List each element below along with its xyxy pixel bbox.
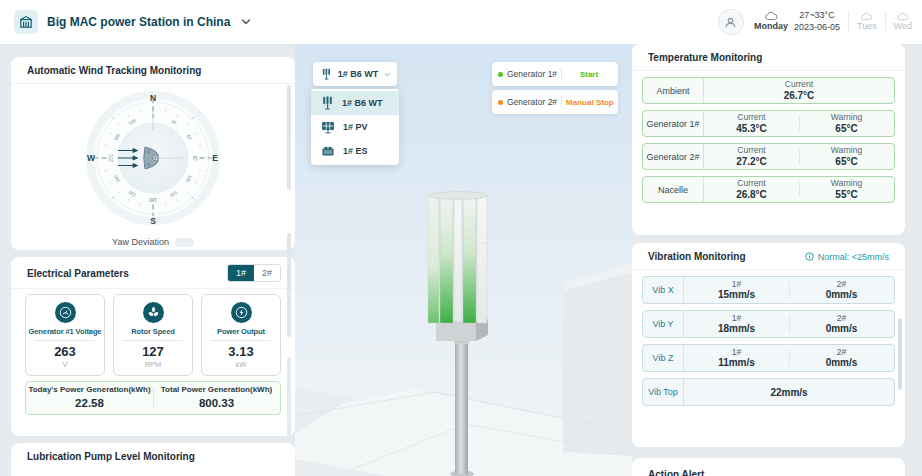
vib-1-label: 1#	[732, 279, 741, 289]
generator-tabs: 1# 2#	[227, 264, 281, 282]
yaw-compass: 0306090120150180210240270300330 N E S W	[11, 84, 295, 232]
compass-e: E	[212, 153, 218, 163]
stat-voltage: Generator #1 Voltage 263 V	[25, 294, 105, 376]
station-chevron-icon[interactable]	[241, 19, 251, 25]
generator-1-button[interactable]: Generator 1# Start	[492, 62, 618, 86]
lubrication-title: Lubrication Pump Level Monitoring	[11, 443, 295, 469]
today-generation-value: 22.58	[75, 396, 104, 411]
asset-option-es[interactable]: 1# ES	[311, 139, 399, 163]
cloud-icon	[860, 12, 873, 21]
vibration-title: Vibration Monitoring	[648, 251, 746, 262]
divider	[561, 96, 562, 108]
solar-panel-icon	[321, 121, 335, 134]
divider	[848, 13, 849, 31]
tab-2[interactable]: 2#	[254, 265, 280, 281]
action-alert-title: Action Alert	[632, 458, 905, 476]
stat-power-output: Power Output 3.13 kW	[201, 294, 281, 376]
vib-2-value: 0mm/s	[826, 289, 858, 301]
vib-row-z: Vib Z 1#11mm/s 2#0mm/s	[642, 344, 895, 372]
stat-label: Generator #1 Voltage	[26, 327, 104, 336]
vib-row-name: Vib Y	[643, 311, 684, 337]
weather-temp: 27~33°C	[799, 10, 834, 22]
weather-wed: Wed	[894, 12, 912, 33]
vib-1-value: 11mm/s	[718, 357, 755, 369]
generator-1-action: Start	[566, 70, 612, 79]
lubrication-card: Lubrication Pump Level Monitoring	[11, 443, 295, 476]
svg-text:90: 90	[192, 155, 197, 161]
vib-2-value: 0mm/s	[826, 357, 858, 369]
vib-row-name: Vib Top	[643, 379, 684, 405]
vib-row-name: Vib Z	[643, 345, 684, 371]
cloud-icon	[764, 11, 778, 21]
power-bolt-icon	[231, 302, 252, 323]
electrical-title: Electrical Parameters	[27, 268, 129, 279]
temp-current-label: Current	[737, 112, 765, 122]
generator-2-action: Manual Stop	[566, 98, 614, 107]
tab-1[interactable]: 1#	[228, 265, 254, 281]
divider	[885, 13, 886, 31]
scrollbar-thumb[interactable]	[287, 357, 291, 443]
stat-value: 263	[26, 344, 104, 359]
asset-selector[interactable]: 1# B6 WT	[313, 62, 397, 86]
generator-status-buttons: Generator 1# Start Generator 2# Manual S…	[492, 62, 618, 114]
wind-turbine-icon	[321, 67, 332, 81]
compass-n: N	[150, 93, 156, 103]
temp-current-value: 26.7°C	[784, 90, 815, 102]
asset-selector-value: 1# B6 WT	[338, 69, 379, 79]
vib-row-x: Vib X 1#15mm/s 2#0mm/s	[642, 276, 895, 304]
vib-1-value: 18mm/s	[718, 323, 755, 335]
temp-current-value: 26.8°C	[736, 189, 767, 201]
stat-unit: RPM	[114, 360, 192, 369]
yaw-deviation-value	[175, 238, 194, 247]
temp-current-label: Current	[785, 79, 813, 89]
total-generation-label: Total Power Generation(kWh)	[161, 385, 272, 395]
temp-row-name: Nacelle	[643, 177, 704, 202]
electrical-parameters-card: Electrical Parameters 1# 2# Generator #1…	[11, 257, 295, 436]
temp-current-label: Current	[737, 178, 765, 188]
scrollbar-thumb[interactable]	[898, 318, 902, 390]
vib-2-value: 0mm/s	[826, 323, 858, 335]
stat-unit: kW	[202, 360, 280, 369]
compass-w: W	[87, 153, 96, 163]
temp-row-name: Generator 2#	[643, 144, 704, 169]
total-generation-value: 800.33	[199, 396, 234, 411]
compass-s: S	[150, 216, 156, 226]
vibration-normal-note: Normal: <25mm/s	[805, 252, 889, 262]
app-header: Big MAC power Station in China Monday 27…	[0, 0, 922, 44]
vibration-card: Vibration Monitoring Normal: <25mm/s Vib…	[632, 243, 905, 447]
generator-2-button[interactable]: Generator 2# Manual Stop	[492, 90, 618, 114]
asset-option-wt[interactable]: 1# B6 WT	[311, 91, 399, 115]
vib-row-y: Vib Y 1#18mm/s 2#0mm/s	[642, 310, 895, 338]
stat-unit: V	[26, 360, 104, 369]
voltage-gauge-icon	[55, 302, 76, 323]
vib-row-top: Vib Top 22mm/s	[642, 378, 895, 406]
stat-rotor-speed: Rotor Speed 127 RPM	[113, 294, 193, 376]
vib-1-value: 15mm/s	[718, 289, 755, 301]
temperature-title: Temperature Monitoring	[632, 44, 905, 71]
battery-storage-icon	[321, 145, 335, 158]
temp-row-name: Ambient	[643, 78, 704, 103]
today-generation-label: Today's Power Generation(kWh)	[28, 385, 150, 395]
stat-value: 127	[114, 344, 192, 359]
station-title[interactable]: Big MAC power Station in China	[47, 15, 230, 29]
asset-option-label: 1# ES	[343, 146, 368, 156]
scrollbar-thumb[interactable]	[287, 233, 291, 337]
asset-dropdown-list: 1# B6 WT 1# PV 1# ES	[311, 89, 399, 165]
temp-row-gen2: Generator 2# Current 27.2°C Warning 65°C	[642, 143, 895, 170]
station-icon	[14, 10, 38, 34]
vib-1-label: 1#	[732, 347, 741, 357]
asset-option-pv[interactable]: 1# PV	[311, 115, 399, 139]
temp-current-label: Current	[737, 145, 765, 155]
weather-day: Monday	[754, 21, 788, 33]
temp-warning-value: 65°C	[835, 156, 857, 168]
temp-warning-label: Warning	[831, 112, 862, 122]
temp-row-ambient: Ambient Current 26.7°C	[642, 77, 895, 104]
temp-row-gen1: Generator 1# Current 45.3°C Warning 65°C	[642, 110, 895, 137]
assistant-icon[interactable]	[718, 9, 744, 35]
temp-current-value: 45.3°C	[736, 123, 767, 135]
scrollbar-thumb[interactable]	[287, 85, 291, 190]
temp-current-value: 27.2°C	[736, 156, 767, 168]
stat-label: Rotor Speed	[114, 327, 192, 336]
stat-value: 3.13	[202, 344, 280, 359]
weather-date: 2023-06-05	[794, 22, 840, 34]
